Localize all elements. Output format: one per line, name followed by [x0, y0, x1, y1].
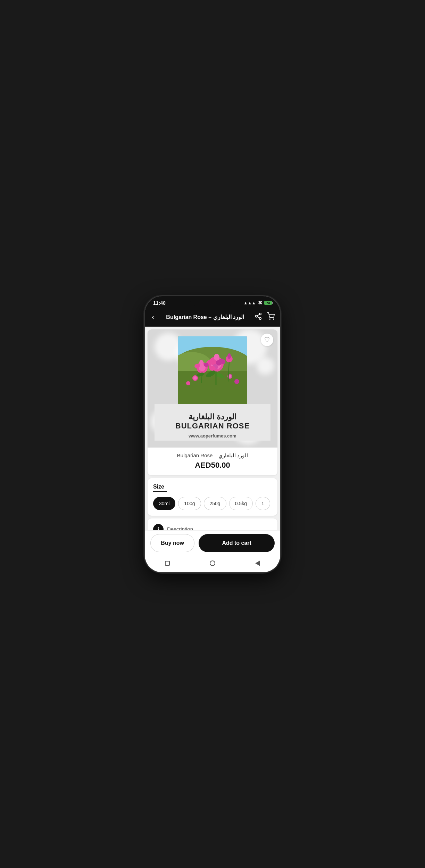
- nav-back-icon: [255, 560, 260, 566]
- size-options: 30ml 100g 250g 0.5kg 1: [153, 497, 272, 510]
- size-label: Size: [153, 484, 272, 490]
- status-time: 11:40: [153, 300, 166, 306]
- description-section[interactable]: ℹ Description: [148, 518, 277, 530]
- svg-point-5: [269, 319, 270, 319]
- product-price: AED50.00: [153, 461, 272, 470]
- back-button[interactable]: ‹: [150, 311, 156, 323]
- product-card: ♡: [148, 329, 277, 475]
- size-section: Size 30ml 100g 250g 0.5kg 1: [148, 478, 277, 516]
- svg-point-32: [193, 376, 197, 380]
- notch: [190, 296, 235, 306]
- description-label: Description: [167, 526, 193, 530]
- svg-line-4: [257, 314, 259, 316]
- description-icon: ℹ: [153, 524, 164, 530]
- bokeh-4: [257, 357, 274, 375]
- svg-point-36: [234, 379, 239, 384]
- product-title-arabic: الوردة البلغارية: [155, 412, 270, 421]
- size-option-100g[interactable]: 100g: [178, 497, 201, 510]
- product-name-area: الوردة البلغارية BULGARIAN ROSE www.aope…: [155, 404, 270, 441]
- size-option-30ml[interactable]: 30ml: [153, 497, 175, 510]
- android-nav-bar: [145, 556, 280, 572]
- nav-home-icon: [210, 560, 215, 566]
- info-icon: ℹ: [158, 526, 159, 530]
- wishlist-button[interactable]: ♡: [261, 334, 273, 346]
- nav-square-icon: [165, 561, 170, 566]
- buy-now-button[interactable]: Buy now: [150, 534, 194, 552]
- product-image-area: ♡: [148, 329, 277, 448]
- signal-icon: ▲▲▲: [243, 301, 256, 305]
- size-option-1[interactable]: 1: [256, 497, 270, 510]
- share-icon[interactable]: [255, 312, 262, 322]
- header-actions: [255, 312, 275, 322]
- product-title-english: BULGARIAN ROSE: [155, 421, 270, 431]
- svg-point-25: [199, 360, 203, 366]
- product-info: Bulgarian Rose – الورد البلغاري AED50.00: [148, 448, 277, 475]
- page-title: Bulgarian Rose – الورد البلغاري: [160, 314, 250, 320]
- wifi-icon: ⌘: [258, 301, 262, 305]
- nav-back-button[interactable]: [253, 559, 262, 567]
- svg-point-27: [227, 353, 231, 359]
- svg-point-6: [273, 319, 274, 319]
- battery-icon: 73: [264, 301, 272, 305]
- rose-illustration: [178, 336, 247, 404]
- nav-square-button[interactable]: [163, 559, 172, 567]
- phone-frame: 11:40 ▲▲▲ ⌘ 73 ‹ Bulgarian Rose – الورد …: [145, 296, 280, 572]
- phone-screen: 11:40 ▲▲▲ ⌘ 73 ‹ Bulgarian Rose – الورد …: [145, 296, 280, 572]
- app-header: ‹ Bulgarian Rose – الورد البلغاري: [145, 308, 280, 327]
- product-website: www.aoperfumes.com: [155, 433, 270, 439]
- svg-point-34: [228, 375, 231, 378]
- cart-icon[interactable]: [267, 312, 275, 322]
- svg-line-3: [257, 317, 259, 318]
- add-to-cart-button[interactable]: Add to cart: [199, 534, 275, 552]
- size-divider: [153, 491, 167, 492]
- product-full-name: Bulgarian Rose – الورد البلغاري: [153, 452, 272, 459]
- product-image: [178, 336, 247, 404]
- status-icons: ▲▲▲ ⌘ 73: [243, 301, 272, 305]
- size-option-250g[interactable]: 250g: [204, 497, 226, 510]
- svg-rect-11: [178, 371, 247, 404]
- nav-home-button[interactable]: [208, 559, 217, 567]
- size-option-05kg[interactable]: 0.5kg: [229, 497, 253, 510]
- svg-point-35: [186, 381, 190, 385]
- bottom-action-bar: Buy now Add to cart: [145, 530, 280, 556]
- heart-icon: ♡: [264, 336, 270, 344]
- content-scroll: ♡: [145, 327, 280, 530]
- svg-point-19: [214, 354, 219, 361]
